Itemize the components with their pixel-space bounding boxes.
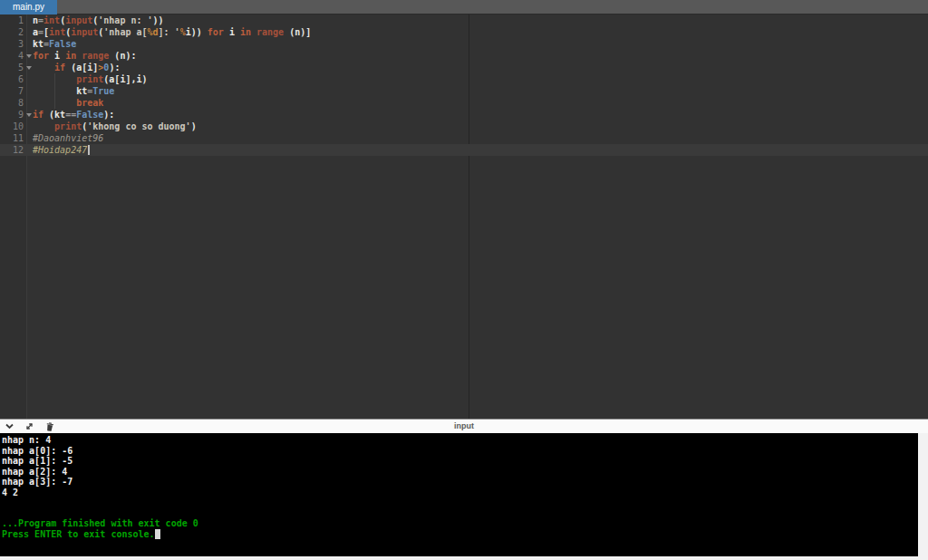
line-number: 7 <box>0 85 24 97</box>
console-panel: input nhap n: 4nhap a[0]: -6nhap a[1]: -… <box>0 419 928 560</box>
code-token: 'nhap n: ' <box>98 15 152 25</box>
console-line: nhap n: 4 <box>2 435 918 446</box>
line-number: 8 <box>0 97 24 109</box>
code-token: if <box>54 63 65 72</box>
code-token: in <box>65 51 76 61</box>
code-token: for <box>33 51 49 61</box>
console-line: ...Program finished with exit code 0 <box>2 518 918 529</box>
code-token: 'nhap a[ <box>103 27 147 37</box>
code-token: #Hoidap247 <box>33 145 87 155</box>
line-number: 2 <box>0 26 24 38</box>
code-line[interactable]: 4for i in range (n): <box>0 50 928 62</box>
code-token: if <box>33 110 44 120</box>
code-line[interactable]: 8 break <box>0 97 928 109</box>
console-line <box>2 508 918 519</box>
code-token: ): <box>103 110 114 120</box>
console-toolbar: input <box>0 419 928 433</box>
code-token <box>33 63 54 72</box>
line-number: 4 <box>0 50 24 62</box>
code-token: range <box>82 51 109 61</box>
console-cursor <box>155 529 160 539</box>
line-number: 3 <box>0 38 24 50</box>
code-token: ]: ' <box>159 27 180 37</box>
tab-label: main.py <box>13 2 44 12</box>
console-output[interactable]: nhap n: 4nhap a[0]: -6nhap a[1]: -5nhap … <box>0 433 918 556</box>
line-number: 11 <box>0 132 24 144</box>
code-token: #Daoanhviet96 <box>33 133 103 143</box>
console-toolbar-icons <box>4 420 55 433</box>
console-line: nhap a[3]: -7 <box>2 477 918 488</box>
indent-guide <box>54 85 55 97</box>
code-line[interactable]: 5 if (a[i]>0): <box>0 62 928 73</box>
code-token: ( <box>284 27 295 37</box>
code-token: ) <box>141 74 147 84</box>
code-token: %d <box>148 27 159 37</box>
code-line[interactable]: 10 print('khong co so duong') <box>0 121 928 132</box>
code-line[interactable]: 1n=int(input('nhap n: ')) <box>0 14 928 26</box>
console-line: nhap a[0]: -6 <box>2 446 918 457</box>
line-number: 9 <box>0 109 24 121</box>
expand-icon[interactable] <box>24 421 35 432</box>
code-token: in <box>240 27 251 37</box>
code-token: )] <box>300 27 311 37</box>
code-token: print <box>54 121 82 131</box>
code-token: False <box>49 39 76 49</box>
code-area[interactable]: 1n=int(input('nhap n: '))2a=[int(input('… <box>0 14 928 156</box>
code-token: kt <box>76 86 87 96</box>
code-token: )) <box>153 15 164 25</box>
tab-main-py[interactable]: main.py <box>0 0 57 14</box>
fold-arrow-icon[interactable] <box>24 109 33 121</box>
code-line[interactable]: 11#Daoanhviet96 <box>0 132 928 144</box>
console-title: input <box>0 420 928 433</box>
line-number: 1 <box>0 14 24 26</box>
code-token: kt <box>33 39 44 49</box>
code-token: == <box>65 110 76 120</box>
code-token <box>33 121 54 131</box>
indent-guide <box>54 73 55 85</box>
code-token: ) <box>191 121 197 131</box>
code-token: ( <box>109 51 120 61</box>
clear-console-icon[interactable] <box>44 421 55 432</box>
code-token: break <box>76 98 103 108</box>
code-token: ): <box>109 63 120 72</box>
indent-guide <box>54 97 55 109</box>
code-token: False <box>76 110 103 120</box>
code-token: True <box>92 86 114 96</box>
code-token: kt <box>54 110 65 120</box>
line-number: 12 <box>0 144 24 156</box>
code-token: for <box>208 27 224 37</box>
code-token: input <box>65 15 92 25</box>
code-line[interactable]: 7 kt=True <box>0 85 928 97</box>
code-line[interactable]: 2a=[int(input('nhap a[%d]: '%i)) for i i… <box>0 26 928 38</box>
fold-arrow-icon[interactable] <box>24 62 33 73</box>
code-token: range <box>256 27 284 37</box>
code-token: int <box>49 27 65 37</box>
chevron-down-icon[interactable] <box>4 421 15 432</box>
console-line: 4 2 <box>2 488 918 498</box>
code-editor[interactable]: 1n=int(input('nhap n: '))2a=[int(input('… <box>0 14 928 419</box>
line-number: 5 <box>0 62 24 73</box>
code-line[interactable]: 12#Hoidap247 <box>0 144 928 156</box>
code-token: int <box>44 15 60 25</box>
code-line[interactable]: 9if (kt==False): <box>0 109 928 121</box>
console-line: Press ENTER to exit console. <box>2 529 918 540</box>
console-line: nhap a[1]: -5 <box>2 456 918 467</box>
text-caret <box>88 145 90 155</box>
fold-arrow-icon[interactable] <box>24 50 33 62</box>
code-token: input <box>71 27 98 37</box>
code-line[interactable]: 6 print(a[i],i) <box>0 73 928 85</box>
code-token: ], <box>125 74 136 84</box>
console-line: nhap a[2]: 4 <box>2 467 918 478</box>
tab-bar: main.py <box>0 0 928 14</box>
line-number: 10 <box>0 121 24 132</box>
console-line <box>2 497 918 508</box>
code-token: 'khong co so duong' <box>87 121 190 131</box>
line-number: 6 <box>0 73 24 85</box>
code-line[interactable]: 3kt=False <box>0 38 928 50</box>
code-token: ( <box>65 63 76 72</box>
code-token: print <box>76 74 103 84</box>
code-token: ): <box>125 51 136 61</box>
code-token: )) <box>191 27 202 37</box>
code-token: ( <box>44 110 54 120</box>
